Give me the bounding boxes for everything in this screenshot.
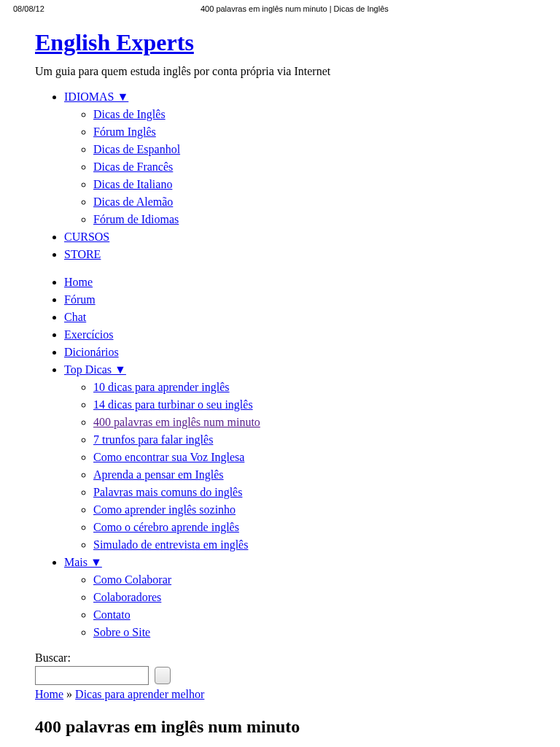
submenu-link[interactable]: Como Colaborar [93, 573, 171, 586]
submenu-link[interactable]: Colaboradores [93, 591, 161, 603]
list-item: Palavras mais comuns do inglês [93, 484, 525, 501]
submenu-link[interactable]: 7 trunfos para falar inglês [93, 433, 213, 446]
list-item: Como Colaborar [93, 571, 525, 589]
list-item: Dicas de Alemão [93, 193, 525, 211]
nav-mais: Mais ▼ Como Colaborar Colaboradores Cont… [64, 554, 525, 641]
list-item: Dicas de Espanhol [93, 141, 525, 158]
site-title: English Experts [35, 29, 525, 56]
submenu-link[interactable]: Dicas de Alemão [93, 196, 173, 208]
list-item: Fórum Inglês [93, 123, 525, 141]
search-input[interactable] [35, 666, 149, 685]
list-item: Home [64, 274, 525, 291]
list-item: Dicas de Inglês [93, 106, 525, 123]
nav-primary: IDIOMAS ▼ Dicas de Inglês Fórum Inglês D… [35, 88, 525, 263]
list-item: Contato [93, 606, 525, 624]
list-item: 10 dicas para aprender inglês [93, 379, 525, 396]
submenu-link[interactable]: Palavras mais comuns do inglês [93, 486, 242, 498]
nav-top-dicas-submenu: 10 dicas para aprender inglês 14 dicas p… [64, 379, 525, 554]
nav-store-link[interactable]: STORE [64, 248, 101, 260]
submenu-link[interactable]: Dicas de Inglês [93, 108, 166, 120]
nav-top-dicas: Top Dicas ▼ 10 dicas para aprender inglê… [64, 361, 525, 554]
list-item: 14 dicas para turbinar o seu inglês [93, 396, 525, 414]
submenu-link[interactable]: Fórum Inglês [93, 125, 156, 138]
submenu-link[interactable]: Dicas de Francês [93, 160, 173, 173]
list-item: Dicionários [64, 344, 525, 361]
submenu-link[interactable]: Aprenda a pensar em Inglês [93, 468, 224, 481]
search-button[interactable] [155, 667, 171, 684]
site-tagline: Um guia para quem estuda inglês por cont… [35, 65, 525, 78]
list-item: Como encontrar sua Voz Inglesa [93, 449, 525, 466]
print-date: 08/08/12 [13, 4, 44, 13]
list-item: Chat [64, 309, 525, 326]
site-title-link[interactable]: English Experts [35, 29, 194, 55]
submenu-link[interactable]: 10 dicas para aprender inglês [93, 381, 230, 393]
nav-top-dicas-link[interactable]: Top Dicas ▼ [64, 363, 126, 376]
submenu-link[interactable]: Como aprender inglês sozinho [93, 503, 236, 516]
nav-cursos: CURSOS [64, 228, 525, 246]
nav-home-link[interactable]: Home [64, 276, 93, 288]
nav-mais-submenu: Como Colaborar Colaboradores Contato Sob… [64, 571, 525, 641]
nav-secondary: Home Fórum Chat Exercícios Dicionários T… [35, 274, 525, 641]
list-item: Colaboradores [93, 589, 525, 606]
list-item: Dicas de Francês [93, 158, 525, 176]
submenu-link[interactable]: Sobre o Site [93, 626, 150, 638]
submenu-link[interactable]: Fórum de Idiomas [93, 213, 179, 225]
search-label: Buscar: [35, 651, 525, 665]
list-item: Aprenda a pensar em Inglês [93, 466, 525, 484]
print-header: 08/08/12 400 palavras em inglês num minu… [0, 0, 560, 16]
breadcrumb-home[interactable]: Home [35, 688, 63, 700]
breadcrumb-sep: » [63, 688, 75, 700]
submenu-link[interactable]: Como encontrar sua Voz Inglesa [93, 451, 244, 463]
article-title: 400 palavras em inglês num minuto [35, 717, 525, 737]
list-item: Como aprender inglês sozinho [93, 501, 525, 519]
page-content: English Experts Um guia para quem estuda… [0, 29, 560, 747]
print-spacer [545, 4, 547, 13]
nav-forum-link[interactable]: Fórum [64, 293, 96, 306]
submenu-link[interactable]: Dicas de Italiano [93, 178, 172, 190]
nav-dicionarios-link[interactable]: Dicionários [64, 346, 119, 358]
breadcrumb-category[interactable]: Dicas para aprender melhor [75, 688, 204, 700]
list-item: Sobre o Site [93, 624, 525, 641]
breadcrumb: Home » Dicas para aprender melhor [35, 688, 525, 701]
nav-exercicios-link[interactable]: Exercícios [64, 328, 114, 341]
list-item: Dicas de Italiano [93, 176, 525, 193]
list-item: Simulado de entrevista em inglês [93, 536, 525, 554]
list-item: 400 palavras em inglês num minuto [93, 414, 525, 431]
list-item: 7 trunfos para falar inglês [93, 431, 525, 449]
nav-idiomas: IDIOMAS ▼ Dicas de Inglês Fórum Inglês D… [64, 88, 525, 228]
submenu-link-current[interactable]: 400 palavras em inglês num minuto [93, 416, 260, 428]
print-page-title: 400 palavras em inglês num minuto | Dica… [201, 4, 389, 13]
submenu-link[interactable]: Como o cérebro aprende inglês [93, 521, 239, 533]
submenu-link[interactable]: Simulado de entrevista em inglês [93, 538, 248, 551]
nav-chat-link[interactable]: Chat [64, 311, 86, 323]
submenu-link[interactable]: Dicas de Espanhol [93, 143, 180, 155]
search-form: Buscar: [35, 651, 525, 685]
submenu-link[interactable]: 14 dicas para turbinar o seu inglês [93, 398, 253, 411]
list-item: Fórum [64, 291, 525, 309]
submenu-link[interactable]: Contato [93, 608, 131, 621]
nav-store: STORE [64, 246, 525, 263]
list-item: Como o cérebro aprende inglês [93, 519, 525, 536]
nav-mais-link[interactable]: Mais ▼ [64, 556, 102, 568]
nav-cursos-link[interactable]: CURSOS [64, 231, 109, 243]
list-item: Fórum de Idiomas [93, 211, 525, 228]
nav-idiomas-submenu: Dicas de Inglês Fórum Inglês Dicas de Es… [64, 106, 525, 228]
nav-idiomas-link[interactable]: IDIOMAS ▼ [64, 90, 128, 103]
list-item: Exercícios [64, 326, 525, 344]
